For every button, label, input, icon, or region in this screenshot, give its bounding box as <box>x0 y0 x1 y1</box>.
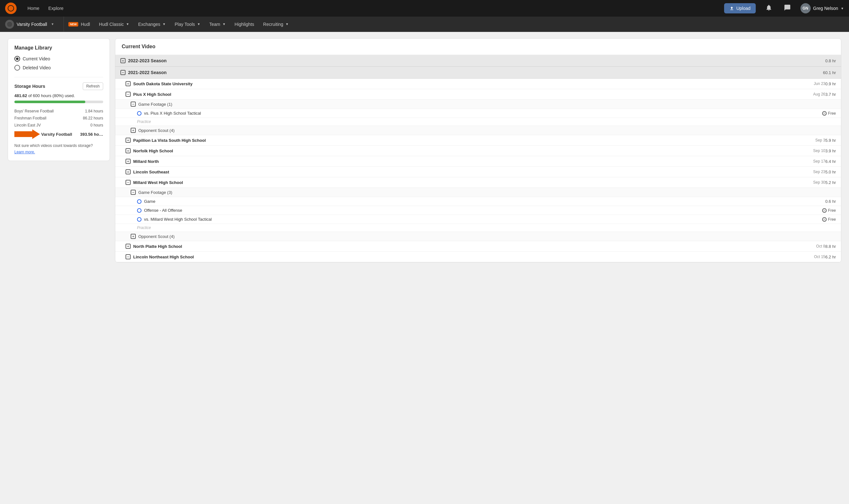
toggle-opponent-scout-pius[interactable]: + <box>131 128 136 133</box>
season-2022-2023[interactable]: + 2022-2023 Season 0.8 hr <box>115 55 841 67</box>
radio-group: Current Video Deleted Video <box>14 56 103 71</box>
new-badge: NEW <box>68 22 78 26</box>
top-nav: Home Explore Upload GN Greg Nelson ▼ <box>0 0 849 17</box>
season-hours: 0.8 hr <box>825 58 836 63</box>
team-lincoln-southeast[interactable]: + Lincoln Southeast Sep 23 5.0 hr <box>115 167 841 177</box>
video-select-radio[interactable] <box>137 111 142 115</box>
learn-more-link[interactable]: Learn more. <box>14 150 35 154</box>
free-icon: ⊙ <box>822 111 827 115</box>
manage-library-card: Manage Library Current Video Deleted Vid… <box>8 38 110 161</box>
toggle-norfolk[interactable]: + <box>126 148 131 153</box>
video-select-radio-mw-offense[interactable] <box>137 208 142 213</box>
explore-link[interactable]: Explore <box>45 4 67 13</box>
nav-exchanges[interactable]: Exchanges ▼ <box>134 17 170 32</box>
storage-note: Not sure which videos count towards stor… <box>14 143 103 148</box>
main-content: Manage Library Current Video Deleted Vid… <box>0 32 849 504</box>
arrow-annotation <box>14 129 40 139</box>
season-toggle-2022[interactable]: + <box>121 58 126 63</box>
storage-header: Storage Hours Refresh <box>14 83 103 90</box>
season-name-2021: 2021-2022 Season <box>128 70 823 75</box>
season-toggle-2021[interactable]: − <box>121 70 126 75</box>
nav-play-tools[interactable]: Play Tools ▼ <box>170 17 205 32</box>
toggle-papillion[interactable]: + <box>126 138 131 143</box>
practice-row-pius: Practice <box>115 118 841 126</box>
opponent-scout-pius[interactable]: + Opponent Scout (4) <box>115 126 841 135</box>
nav-hudl[interactable]: NEW Hudl <box>64 17 94 32</box>
bell-icon <box>765 4 772 11</box>
team-millard-west[interactable]: − Millard West High School Sep 30 5.2 hr <box>115 177 841 188</box>
free-badge-tactical: ⊙ Free <box>822 217 836 222</box>
chevron-down-icon: ▼ <box>222 22 225 26</box>
nav-hudl-classic[interactable]: Hudl Classic ▼ <box>94 17 134 32</box>
notifications-button[interactable] <box>763 2 774 15</box>
team-lincoln-northeast[interactable]: − Lincoln Northeast High School Oct 15 6… <box>115 252 841 262</box>
video-list: + 2022-2023 Season 0.8 hr − 2021-2022 Se… <box>115 55 841 262</box>
deleted-video-radio[interactable]: Deleted Video <box>14 65 103 71</box>
season-hours-2021: 60.1 hr <box>823 70 836 75</box>
team-name: Varsity Football <box>17 22 47 27</box>
sub-game-footage-millard-west[interactable]: − Game Footage (3) <box>115 188 841 197</box>
free-badge-offense: ⊙ Free <box>822 208 836 213</box>
storage-list: Boys' Reserve Football 1.84 hours Freshm… <box>14 108 103 139</box>
current-video-card: Current Video + 2022-2023 Season 0.8 hr … <box>115 38 841 263</box>
current-video-label: Current Video <box>23 56 50 61</box>
sub-game-footage-pius[interactable]: − Game Footage (1) <box>115 100 841 109</box>
toggle-millard-west[interactable]: − <box>126 180 131 185</box>
home-link[interactable]: Home <box>24 4 42 13</box>
progress-fill <box>14 101 85 103</box>
chat-icon <box>784 4 791 11</box>
video-select-radio-mw-tactical[interactable] <box>137 217 142 222</box>
toggle-opponent-scout-mw[interactable]: + <box>131 234 136 239</box>
messages-button[interactable] <box>782 2 793 15</box>
hudl-logo[interactable] <box>5 3 17 14</box>
manage-library-title: Manage Library <box>14 45 103 51</box>
nav-recruiting[interactable]: Recruiting ▼ <box>259 17 293 32</box>
refresh-button[interactable]: Refresh <box>83 83 103 90</box>
chevron-down-icon: ▼ <box>163 22 166 26</box>
current-video-title: Current Video <box>115 39 841 55</box>
video-select-radio-mw[interactable] <box>137 199 142 204</box>
divider <box>14 77 103 77</box>
season-2021-2022[interactable]: − 2021-2022 Season 60.1 hr <box>115 67 841 78</box>
storage-row-lincoln-jv: Lincoln East JV 0 hours <box>14 122 103 128</box>
team-south-dakota[interactable]: + South Dakota State University Jun 23 0… <box>115 78 841 89</box>
upload-button[interactable]: Upload <box>724 3 755 13</box>
toggle-lincoln-northeast[interactable]: − <box>126 254 131 259</box>
toggle-lincoln-southeast[interactable]: + <box>126 169 131 174</box>
chevron-down-icon: ▼ <box>286 22 289 26</box>
video-row-mw-offense[interactable]: Offense - All Offense ⊙ Free <box>115 206 841 215</box>
chevron-down-icon: ▼ <box>126 22 129 26</box>
team-pius-x[interactable]: − Pius X High School Aug 26 3.7 hr <box>115 89 841 100</box>
user-menu[interactable]: GN Greg Nelson ▼ <box>800 3 844 13</box>
toggle-game-footage-millard-west[interactable]: − <box>131 190 136 195</box>
video-row-pius-tactical[interactable]: vs. Pius X High School Tactical ⊙ Free <box>115 109 841 118</box>
user-chevron-icon: ▼ <box>841 7 844 10</box>
toggle-pius-x[interactable]: − <box>126 92 131 97</box>
free-icon-offense: ⊙ <box>822 208 827 213</box>
top-nav-links: Home Explore <box>24 4 67 13</box>
toggle-north-platte[interactable]: + <box>126 244 131 249</box>
storage-row-varsity-wrapper: Varsity Football 393.56 ho… <box>14 129 103 139</box>
team-papillion[interactable]: + Papillion La Vista South High School S… <box>115 135 841 146</box>
team-millard-north[interactable]: + Millard North Sep 17 6.4 hr <box>115 156 841 167</box>
team-chevron-icon: ▼ <box>51 22 54 26</box>
nav-team[interactable]: Team ▼ <box>205 17 230 32</box>
storage-title: Storage Hours <box>14 84 45 89</box>
toggle-millard-north[interactable]: + <box>126 159 131 164</box>
team-norfolk[interactable]: + Norfolk High School Sep 10 3.9 hr <box>115 146 841 156</box>
storage-row-boys-reserve: Boys' Reserve Football 1.84 hours <box>14 108 103 114</box>
deleted-video-label: Deleted Video <box>23 65 51 70</box>
team-selector[interactable]: Varsity Football ▼ <box>0 17 64 32</box>
video-row-mw-game[interactable]: Game 0.6 hr <box>115 197 841 206</box>
storage-row-varsity: Varsity Football 393.56 ho… <box>41 131 103 137</box>
video-row-mw-tactical[interactable]: vs. Millard West High School Tactical ⊙ … <box>115 215 841 224</box>
team-north-platte[interactable]: + North Platte High School Oct 8 8.8 hr <box>115 241 841 252</box>
toggle-south-dakota[interactable]: + <box>126 81 131 86</box>
opponent-scout-mw[interactable]: + Opponent Scout (4) <box>115 232 841 241</box>
avatar: GN <box>800 3 811 13</box>
nav-highlights[interactable]: Highlights <box>230 17 258 32</box>
toggle-game-footage-pius[interactable]: − <box>131 102 136 107</box>
current-video-radio[interactable]: Current Video <box>14 56 103 62</box>
chevron-down-icon: ▼ <box>197 22 200 26</box>
free-badge: ⊙ Free <box>822 111 836 115</box>
